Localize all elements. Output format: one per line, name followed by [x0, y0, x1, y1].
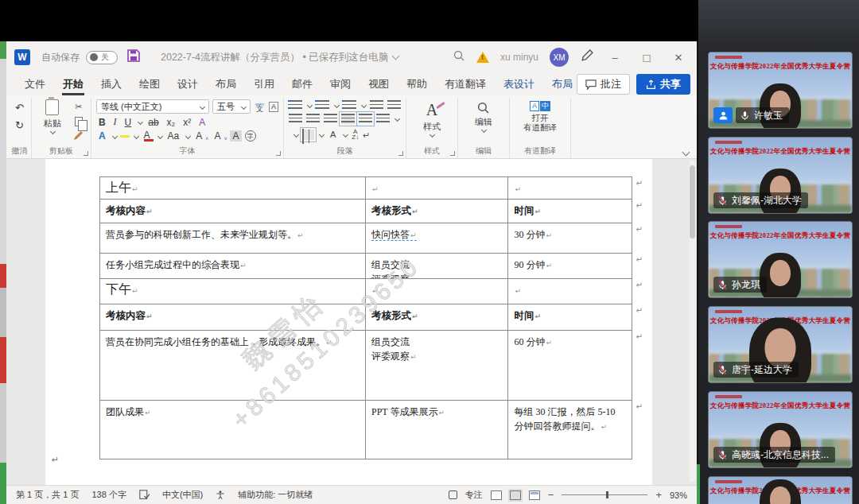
numbering-button[interactable] [316, 100, 329, 110]
redo-button[interactable]: ↻ [13, 118, 26, 133]
save-icon[interactable] [127, 49, 140, 65]
cut-button[interactable]: ✂ [72, 101, 86, 113]
distribute-button[interactable] [359, 114, 372, 124]
styles-dialog-launcher[interactable] [450, 151, 455, 156]
table-cell[interactable]: 营员参与的科研创新工作、未来学业规划等。 [100, 223, 366, 253]
page-indicator[interactable]: 第 1 页，共 1 页 [16, 489, 79, 501]
highlight-dropdown-icon[interactable] [134, 133, 139, 138]
font-color-dropdown-icon[interactable] [157, 133, 163, 138]
collapse-ribbon-icon[interactable] [682, 149, 690, 157]
shrink-font-button[interactable]: A˅ [212, 130, 227, 142]
comments-button[interactable]: 批注 [577, 74, 630, 95]
align-center-button[interactable] [306, 114, 320, 124]
text-effects-button[interactable]: A [96, 130, 108, 142]
grow-font-button[interactable]: A˄ [193, 130, 208, 142]
decrease-indent-button[interactable] [370, 100, 383, 110]
table-cell[interactable]: 快问快答 [366, 223, 508, 253]
table-cell[interactable]: 90 分钟 [508, 254, 632, 278]
youdao-open-button[interactable]: A中 打开有道翻译 [515, 99, 566, 132]
read-mode-icon[interactable] [491, 490, 502, 500]
autosave-toggle[interactable]: 关 [86, 51, 118, 64]
clipboard-dialog-launcher[interactable] [84, 151, 88, 156]
table-cell[interactable]: 上午 [100, 177, 366, 199]
sort-button[interactable]: AZ↓ [352, 129, 359, 140]
participant-tile[interactable]: 文化与传播学院2022年全国优秀大学生夏令营 唐宇-延边大学 [708, 306, 853, 383]
draw-pen-icon[interactable] [580, 49, 593, 66]
font-dialog-launcher[interactable] [276, 151, 281, 156]
share-button[interactable]: 共享 [636, 74, 690, 95]
focus-button[interactable]: 专注 [465, 489, 483, 501]
table-cell[interactable]: 考核形式 [366, 304, 508, 330]
participant-tile[interactable]: 文化与传播学院2022年全国优秀大学生夏令营 孙龙琪 [708, 221, 853, 298]
tab-youdao[interactable]: 有道翻译 [436, 73, 495, 95]
table-cell[interactable]: 时间 [508, 200, 632, 223]
tab-review[interactable]: 审阅 [321, 73, 360, 95]
close-button[interactable] [668, 52, 689, 64]
italic-button[interactable]: I [111, 116, 119, 128]
undo-button[interactable]: ↶ [13, 101, 26, 115]
font-color-button[interactable]: A [142, 131, 154, 142]
clear-formatting-button[interactable]: A [196, 117, 208, 128]
change-case-dropdown-icon[interactable] [185, 133, 191, 138]
tab-design[interactable]: 设计 [169, 73, 207, 95]
proofing-icon[interactable] [139, 490, 150, 500]
table-cell[interactable]: 团队成果 [100, 401, 366, 459]
tab-draw[interactable]: 绘图 [130, 73, 169, 95]
borders-dropdown-icon[interactable] [319, 131, 325, 137]
participant-tile[interactable]: 文化与传播学院2022年全国优秀大学生夏令营 [708, 476, 853, 504]
minimize-button[interactable] [604, 52, 625, 64]
show-hide-marks-button[interactable] [363, 127, 370, 142]
zoom-level[interactable]: 93% [670, 490, 687, 500]
accessibility-status[interactable]: 辅助功能: 一切就绪 [238, 489, 313, 501]
align-left-button[interactable] [289, 114, 302, 124]
table-cell[interactable]: 任务小组完成过程中的综合表现 [100, 254, 366, 278]
accessibility-icon[interactable] [216, 490, 225, 500]
tab-table-layout[interactable]: 布局 [543, 73, 581, 95]
tab-table-design[interactable]: 表设计 [495, 73, 543, 95]
tab-references[interactable]: 引用 [245, 73, 283, 95]
format-painter-button[interactable] [72, 130, 86, 142]
scrollbar-thumb[interactable] [690, 165, 695, 238]
tab-home[interactable]: 开始 [54, 73, 92, 95]
warning-icon[interactable] [476, 52, 489, 63]
print-layout-icon[interactable] [510, 490, 521, 500]
tab-insert[interactable]: 插入 [92, 73, 130, 95]
table-cell[interactable]: 时间 [508, 304, 632, 330]
tab-view[interactable]: 视图 [360, 73, 398, 95]
align-right-button[interactable] [324, 114, 337, 124]
table-cell[interactable]: 考核内容 [100, 304, 366, 330]
table-cell[interactable]: 组员交流 评委观察 [366, 331, 508, 400]
underline-dropdown-icon[interactable] [138, 119, 143, 125]
zoom-in-button[interactable]: + [655, 489, 662, 501]
participant-tile[interactable]: 文化与传播学院2022年全国优秀大学生夏令营 许敏玉 [708, 52, 853, 129]
borders-button[interactable] [302, 130, 314, 140]
table-cell[interactable]: 每组 30 汇报，然后 5-10 分钟回答教师提问。 [508, 401, 632, 459]
font-size-combo[interactable]: 五号 [212, 99, 251, 114]
table-cell[interactable]: 60 分钟 [508, 331, 632, 400]
change-case-button[interactable]: Aa [165, 130, 182, 142]
table-cell[interactable]: 组员交流 评委观察 [366, 254, 508, 278]
editing-button[interactable]: 编辑 [463, 99, 504, 132]
table-cell[interactable]: 30 分钟 [508, 223, 632, 253]
table-cell[interactable]: 下午 [100, 279, 366, 304]
paste-button[interactable]: 粘贴 [37, 99, 68, 147]
vertical-scrollbar[interactable] [689, 161, 696, 482]
highlight-button[interactable] [120, 134, 130, 138]
increase-indent-button[interactable] [387, 100, 401, 110]
styles-button[interactable]: A 样式 [411, 99, 453, 137]
table-cell[interactable]: 营员在协同完成小组任务的基础上，形成最终成果。 [100, 331, 366, 400]
paste-dropdown-icon[interactable] [50, 129, 56, 134]
text-effects-dropdown-icon[interactable] [112, 133, 118, 138]
superscript-button[interactable]: x² [181, 117, 193, 128]
tab-file[interactable]: 文件 [16, 73, 54, 95]
language-indicator[interactable]: 中文(中国) [162, 489, 203, 501]
asian-layout-dropdown-icon[interactable] [343, 131, 348, 137]
justify-button[interactable] [341, 114, 355, 124]
tab-mailings[interactable]: 邮件 [283, 73, 321, 95]
table-cell[interactable]: 考核形式 [366, 200, 508, 223]
web-layout-icon[interactable] [529, 490, 540, 500]
zoom-out-button[interactable]: − [548, 489, 554, 501]
copy-button[interactable] [72, 115, 86, 127]
shading-dropdown-icon[interactable] [293, 131, 299, 137]
tab-help[interactable]: 帮助 [398, 73, 436, 95]
